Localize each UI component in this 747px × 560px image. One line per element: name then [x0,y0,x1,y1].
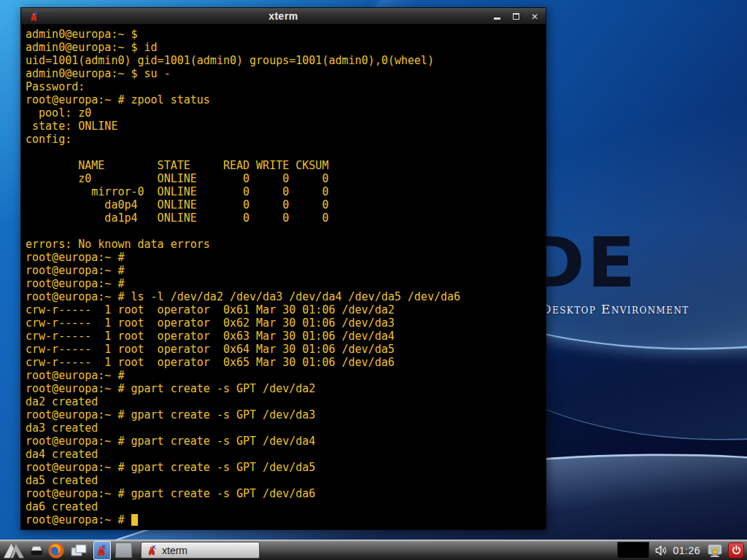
xterm-daemon-icon: X [95,543,109,558]
tray-applet[interactable] [617,542,649,559]
firefox-launcher[interactable] [45,541,67,560]
taskbar-clock[interactable]: 01:26 [673,545,700,556]
desktop-pager[interactable] [115,542,132,558]
terminal-output[interactable]: admin0@europa:~ $ admin0@europa:~ $ id u… [21,26,546,529]
desktop: TDE Desktop Environment X xterm ✕ admin0… [0,0,747,560]
power-icon [731,545,742,556]
firefox-icon [47,542,65,559]
lock-screen-button[interactable] [706,541,724,560]
terminal-cursor [131,514,138,526]
terminal-text: admin0@europa:~ $ admin0@europa:~ $ id u… [26,28,460,526]
window-title: xterm [21,10,546,22]
xterm-daemon-icon: X [146,544,159,557]
maximize-icon [513,13,519,20]
task-button-xterm[interactable]: X xterm [141,542,260,559]
close-icon: ✕ [531,12,538,21]
lock-screen-icon [707,542,723,559]
xterm-quicklaunch[interactable]: X [93,541,111,560]
titlebar[interactable]: X xterm ✕ [21,8,546,25]
window-list-icon [69,542,88,559]
minimize-icon [494,18,500,20]
xterm-window: X xterm ✕ admin0@europa:~ $ admin0@europ… [20,7,546,530]
close-button[interactable]: ✕ [530,12,540,22]
volume-button[interactable] [654,541,668,560]
start-menu-button[interactable] [0,541,28,560]
show-desktop-button[interactable] [28,541,45,560]
minimize-button[interactable] [492,12,502,22]
menu-arrow-icon [1,542,26,559]
task-button-label: xterm [162,545,187,556]
maximize-button[interactable] [511,12,521,22]
drawer-icon [28,543,44,558]
volume-icon [655,545,667,556]
taskbar: X X xterm 01:26 [0,540,747,560]
window-list-button[interactable] [67,541,90,560]
tde-caption: Desktop Environment [541,302,689,316]
power-button[interactable] [728,542,744,559]
